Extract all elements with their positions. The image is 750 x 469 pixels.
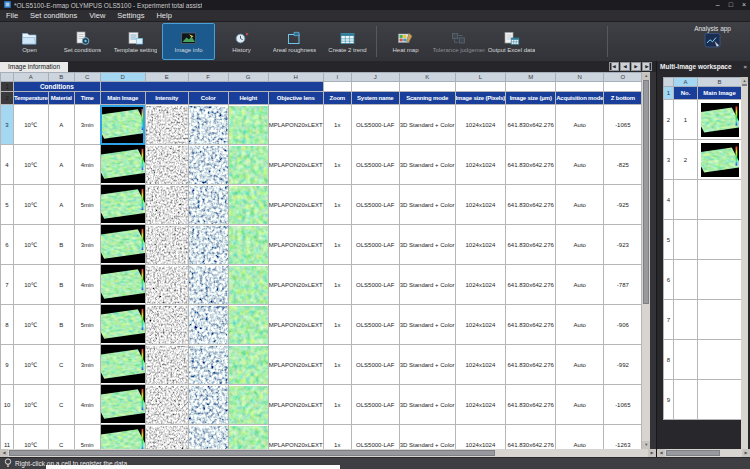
horizontal-scroll-track[interactable] [8, 449, 648, 457]
height-thumbnail[interactable] [228, 185, 268, 225]
vertical-scrollbar[interactable]: ▲ ▼ [642, 72, 650, 449]
scanning-mode-cell[interactable]: 3D Standard + Color [399, 385, 455, 425]
close-button[interactable]: × [742, 0, 746, 10]
temperature-cell[interactable]: 10℃ [14, 345, 49, 385]
workspace-column-A[interactable]: A [674, 78, 698, 87]
field-header[interactable]: Time [74, 92, 100, 105]
horizontal-scroll-thumb[interactable] [9, 450, 495, 456]
zoom-cell[interactable]: 1x [323, 105, 351, 145]
prev-record-button[interactable]: ◀ [620, 62, 630, 71]
field-header[interactable]: Color [188, 92, 228, 105]
scanning-mode-cell[interactable]: 3D Standard + Color [399, 305, 455, 345]
system-name-cell[interactable]: OLS5000-LAF [351, 225, 399, 265]
workspace-corner[interactable] [664, 78, 674, 87]
color-thumbnail[interactable] [188, 105, 228, 145]
field-header[interactable]: Image size (Pixels) [455, 92, 506, 105]
scroll-up-icon[interactable]: ▲ [642, 72, 650, 80]
z-bottom-cell[interactable]: -992 [604, 345, 642, 385]
material-cell[interactable]: B [48, 265, 74, 305]
material-cell[interactable]: B [48, 225, 74, 265]
column-header-F[interactable]: F [188, 73, 228, 82]
system-name-cell[interactable]: OLS5000-LAF [351, 185, 399, 225]
material-cell[interactable]: B [48, 305, 74, 345]
workspace-field-header[interactable]: No. [674, 87, 698, 100]
workspace-empty-cell[interactable] [698, 300, 742, 340]
zoom-cell[interactable]: 1x [323, 385, 351, 425]
objective-lens-cell[interactable]: MPLAPON20xLEXT [268, 425, 323, 450]
main-image-thumbnail[interactable] [100, 305, 145, 345]
objective-lens-cell[interactable]: MPLAPON20xLEXT [268, 345, 323, 385]
z-bottom-cell[interactable]: -1065 [604, 385, 642, 425]
height-thumbnail[interactable] [228, 105, 268, 145]
scanning-mode-cell[interactable]: 3D Standard + Color [399, 265, 455, 305]
workspace-scroll-left-icon[interactable]: ◀ [657, 449, 665, 457]
workspace-empty-cell[interactable] [698, 380, 742, 420]
column-header-O[interactable]: O [604, 73, 642, 82]
material-cell[interactable]: C [48, 345, 74, 385]
image-size-pixels-cell[interactable]: 1024x1024 [455, 425, 506, 450]
column-header-G[interactable]: G [228, 73, 268, 82]
first-record-button[interactable]: ◀ [609, 62, 619, 71]
menu-settings[interactable]: Settings [111, 11, 150, 20]
workspace-empty-cell[interactable] [698, 340, 742, 380]
z-bottom-cell[interactable]: -925 [604, 185, 642, 225]
image-size-um-cell[interactable]: 641.830x642.276 [506, 385, 556, 425]
workspace-scroll-up-icon[interactable]: ▲ [741, 77, 748, 84]
conditions-spacer[interactable] [100, 82, 323, 92]
acquisition-mode-cell[interactable]: Auto [556, 225, 604, 265]
system-name-cell[interactable]: OLS5000-LAF [351, 425, 399, 450]
workspace-empty-cell[interactable] [674, 300, 698, 340]
column-header-D[interactable]: D [100, 73, 145, 82]
empty-cell[interactable] [351, 82, 399, 92]
image-size-um-cell[interactable]: 641.830x642.276 [506, 145, 556, 185]
select-all-corner[interactable] [1, 73, 14, 82]
heat-map-button[interactable]: Heat map [379, 23, 432, 60]
menu-set-conditions[interactable]: Set conditions [24, 11, 83, 20]
temperature-cell[interactable]: 10℃ [14, 425, 49, 450]
time-cell[interactable]: 4min [74, 385, 100, 425]
scanning-mode-cell[interactable]: 3D Standard + Color [399, 145, 455, 185]
areal-roughness-button[interactable]: Areal roughness [268, 23, 321, 60]
workspace-no-cell[interactable]: 1 [674, 100, 698, 140]
color-thumbnail[interactable] [188, 145, 228, 185]
workspace-row-header-9[interactable]: 9 [664, 380, 674, 420]
time-cell[interactable]: 3min [74, 345, 100, 385]
zoom-cell[interactable]: 1x [323, 145, 351, 185]
image-info-button[interactable]: Image info [162, 23, 215, 60]
image-size-um-cell[interactable]: 641.830x642.276 [506, 305, 556, 345]
acquisition-mode-cell[interactable]: Auto [556, 185, 604, 225]
main-image-thumbnail[interactable] [100, 145, 145, 185]
workspace-scroll-right-icon[interactable]: ▶ [742, 449, 750, 457]
workspace-no-cell[interactable]: 2 [674, 140, 698, 180]
workspace-empty-cell[interactable] [674, 180, 698, 220]
vertical-scroll-track[interactable] [642, 80, 650, 441]
z-bottom-cell[interactable]: -825 [604, 145, 642, 185]
column-header-A[interactable]: A [14, 73, 49, 82]
intensity-thumbnail[interactable] [145, 145, 188, 185]
template-setting-button[interactable]: Template setting [109, 23, 162, 60]
field-header[interactable]: Scanning mode [399, 92, 455, 105]
system-name-cell[interactable]: OLS5000-LAF [351, 345, 399, 385]
row-header-7[interactable]: 7 [1, 265, 14, 305]
column-header-H[interactable]: H [268, 73, 323, 82]
intensity-thumbnail[interactable] [145, 185, 188, 225]
workspace-empty-cell[interactable] [674, 380, 698, 420]
last-record-button[interactable]: ▶ [642, 62, 652, 71]
image-size-pixels-cell[interactable]: 1024x1024 [455, 305, 506, 345]
workspace-row-header-4[interactable]: 4 [664, 180, 674, 220]
height-thumbnail[interactable] [228, 305, 268, 345]
output-excel-data-button[interactable]: Output Excel data [485, 23, 538, 60]
empty-cell[interactable] [323, 82, 351, 92]
workspace-column-B[interactable]: B [698, 78, 742, 87]
zoom-cell[interactable]: 1x [323, 425, 351, 450]
workspace-row-header-8[interactable]: 8 [664, 340, 674, 380]
height-thumbnail[interactable] [228, 145, 268, 185]
workspace-row-header-3[interactable]: 3 [664, 140, 674, 180]
workspace-horizontal-scrollbar[interactable]: ◀ ▶ [657, 449, 750, 457]
time-cell[interactable]: 5min [74, 185, 100, 225]
temperature-cell[interactable]: 10℃ [14, 225, 49, 265]
system-name-cell[interactable]: OLS5000-LAF [351, 385, 399, 425]
color-thumbnail[interactable] [188, 385, 228, 425]
workspace-vertical-scrollbar[interactable]: ▲ [741, 77, 748, 449]
image-size-um-cell[interactable]: 641.830x642.276 [506, 185, 556, 225]
